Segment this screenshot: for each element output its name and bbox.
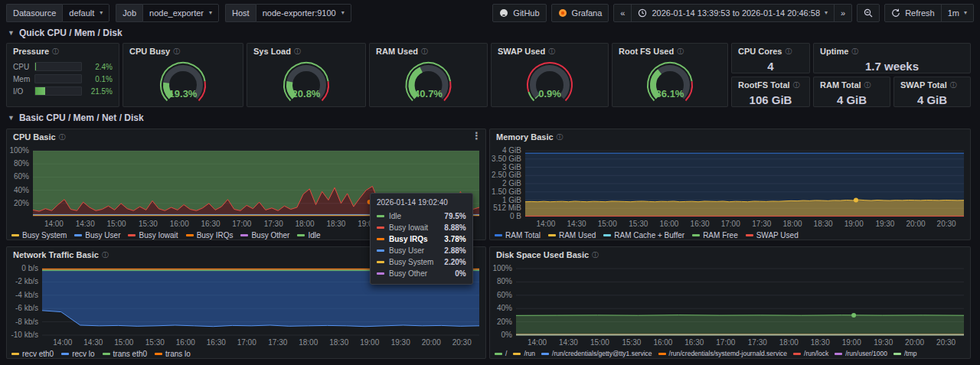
- section-quick-cpu-mem-disk[interactable]: ▼ Quick CPU / Mem / Disk: [8, 28, 122, 38]
- panel-title[interactable]: CPU Busy: [129, 47, 170, 56]
- svg-text:20:30: 20:30: [937, 220, 956, 228]
- disk-space-used-chart[interactable]: 100%80%60%40%20%0%14:0014:3015:0015:3016…: [490, 262, 970, 347]
- panel-memory-basic: Memory Basicⓘ 4 GiB3.50 GiB3 GiB2.50 GiB…: [489, 129, 971, 240]
- svg-text:-2 kb/s: -2 kb/s: [15, 277, 38, 285]
- clock-icon: [638, 8, 647, 18]
- panel-title[interactable]: Sys Load: [253, 47, 291, 56]
- pressure-bar-gauge: [34, 86, 82, 96]
- pressure-row: I/O 21.5%: [7, 83, 119, 96]
- svg-text:20:00: 20:00: [906, 220, 925, 228]
- panel-title[interactable]: SWAP Used: [498, 47, 545, 56]
- svg-text:18:30: 18:30: [814, 220, 833, 228]
- svg-text:1.50 GiB: 1.50 GiB: [492, 187, 521, 196]
- svg-text:19:00: 19:00: [844, 220, 864, 228]
- legend-item[interactable]: Busy User: [74, 231, 120, 240]
- svg-text:17:30: 17:30: [752, 220, 771, 228]
- memory-basic-chart[interactable]: 4 GiB3.50 GiB3 GiB2.50 GiB2 GiB1.50 GiB1…: [490, 145, 970, 229]
- svg-text:20:00: 20:00: [422, 338, 441, 347]
- legend-item[interactable]: Busy Iowait: [128, 231, 178, 240]
- panel-title[interactable]: Network Traffic Basic: [13, 250, 99, 259]
- variable-value-dropdown[interactable]: node-exporter:9100▾: [256, 4, 351, 22]
- legend-item[interactable]: /run/credentials/getty@tty1.service: [541, 350, 652, 357]
- disk-space-used-legend: //run/run/credentials/getty@tty1.service…: [490, 347, 970, 360]
- svg-text:60%: 60%: [497, 291, 512, 299]
- stat-value: 4: [732, 59, 809, 73]
- svg-text:16:30: 16:30: [201, 220, 220, 228]
- legend-item[interactable]: /run/credentials/systemd-journald.servic…: [658, 350, 787, 357]
- legend-item[interactable]: /run: [513, 350, 535, 357]
- legend-item[interactable]: RAM Total: [495, 231, 541, 240]
- variable-value-dropdown[interactable]: node_exporter▾: [142, 4, 219, 22]
- grafana-link-button[interactable]: Grafana: [551, 4, 609, 22]
- legend-item[interactable]: trans eth0: [103, 350, 147, 358]
- legend-item[interactable]: RAM Cache + Buffer: [603, 231, 684, 240]
- panel-title[interactable]: Root FS Used: [619, 47, 674, 56]
- refresh-label: Refresh: [905, 8, 935, 18]
- svg-text:15:00: 15:00: [590, 338, 609, 347]
- svg-text:60%: 60%: [14, 172, 29, 181]
- time-shift-forward-button[interactable]: »: [834, 4, 852, 22]
- svg-text:18:30: 18:30: [811, 338, 830, 347]
- legend-item[interactable]: /: [495, 350, 507, 357]
- svg-text:18:30: 18:30: [329, 338, 348, 347]
- stat-value: 106 GiB: [732, 93, 809, 106]
- panel-title[interactable]: RootFS Total: [738, 80, 790, 90]
- svg-text:16:30: 16:30: [207, 338, 226, 347]
- svg-text:20:30: 20:30: [452, 338, 472, 347]
- svg-text:1 GiB: 1 GiB: [502, 196, 521, 204]
- legend-item[interactable]: recv eth0: [11, 350, 54, 358]
- legend-item[interactable]: Busy IRQs: [186, 231, 234, 240]
- pressure-bar-gauge: [34, 62, 82, 71]
- svg-text:100%: 100%: [9, 146, 29, 155]
- svg-text:18:00: 18:00: [782, 220, 802, 228]
- legend-item[interactable]: Busy System: [11, 231, 67, 240]
- svg-text:0%: 0%: [501, 331, 513, 339]
- svg-text:-10 kb/s: -10 kb/s: [11, 331, 38, 339]
- svg-text:15:30: 15:30: [139, 220, 158, 228]
- legend-item[interactable]: recv lo: [61, 350, 94, 358]
- legend-item[interactable]: SWAP Used: [746, 231, 799, 240]
- zoom-out-button[interactable]: [857, 4, 880, 22]
- panel-title[interactable]: Pressure: [13, 47, 49, 56]
- time-shift-back-button[interactable]: «: [613, 4, 632, 22]
- legend-item[interactable]: Idle: [297, 231, 320, 240]
- variable-label: Job: [116, 4, 142, 22]
- svg-text:40%: 40%: [497, 304, 512, 312]
- svg-text:16:00: 16:00: [176, 338, 195, 347]
- panel-title[interactable]: CPU Cores: [738, 47, 782, 56]
- svg-text:15:00: 15:00: [114, 338, 133, 347]
- panel-menu-icon[interactable]: ⋮: [472, 130, 482, 142]
- panel-title[interactable]: RAM Used: [376, 47, 418, 56]
- time-range-picker[interactable]: 2026-01-14 13:39:53 to 2026-01-14 20:46:…: [631, 4, 835, 22]
- legend-item[interactable]: RAM Used: [548, 231, 596, 240]
- github-link-button[interactable]: GitHub: [492, 4, 546, 22]
- refresh-button[interactable]: Refresh: [884, 4, 942, 22]
- panel-ram-total: RAM Totalⓘ 4 GiB: [813, 77, 890, 107]
- legend-item[interactable]: /run/lock: [793, 350, 828, 357]
- chart-tooltip: 2026-01-14 19:02:40 Idle79.5%Busy Iowait…: [370, 193, 473, 285]
- stat-value: 1.7 weeks: [814, 59, 970, 73]
- legend-item[interactable]: /run/user/1000: [835, 350, 887, 357]
- legend-item[interactable]: RAM Free: [692, 231, 738, 240]
- panel-title[interactable]: Memory Basic: [496, 132, 554, 142]
- info-icon: ⓘ: [294, 47, 301, 57]
- legend-item[interactable]: Busy Other: [240, 231, 289, 240]
- time-range-label: 2026-01-14 13:39:53 to 2026-01-14 20:46:…: [652, 8, 820, 18]
- svg-text:-4 kb/s: -4 kb/s: [15, 291, 38, 299]
- legend-item[interactable]: /tmp: [893, 350, 917, 357]
- refresh-interval-dropdown[interactable]: 1m ▾: [941, 4, 974, 22]
- panel-uptime: Uptimeⓘ 1.7 weeks: [813, 43, 971, 73]
- network-traffic-legend: recv eth0recv lotrans eth0trans lo: [7, 347, 485, 360]
- panel-title[interactable]: Uptime: [820, 47, 848, 56]
- section-basic-cpu-mem-net-disk[interactable]: ▼ Basic CPU / Mem / Net / Disk: [8, 112, 144, 123]
- panel-title[interactable]: SWAP Total: [900, 80, 947, 90]
- legend-item[interactable]: trans lo: [155, 350, 191, 358]
- panel-title[interactable]: Disk Space Used Basic: [496, 250, 589, 259]
- panel-title[interactable]: RAM Total: [820, 80, 861, 90]
- info-icon: ⓘ: [557, 132, 564, 142]
- svg-text:17:00: 17:00: [716, 338, 735, 347]
- stat-value: 4 GiB: [894, 93, 970, 106]
- variable-value-dropdown[interactable]: default▾: [62, 4, 109, 22]
- panel-title[interactable]: CPU Basic: [13, 132, 56, 142]
- tooltip-row: Busy Other0%: [377, 268, 466, 279]
